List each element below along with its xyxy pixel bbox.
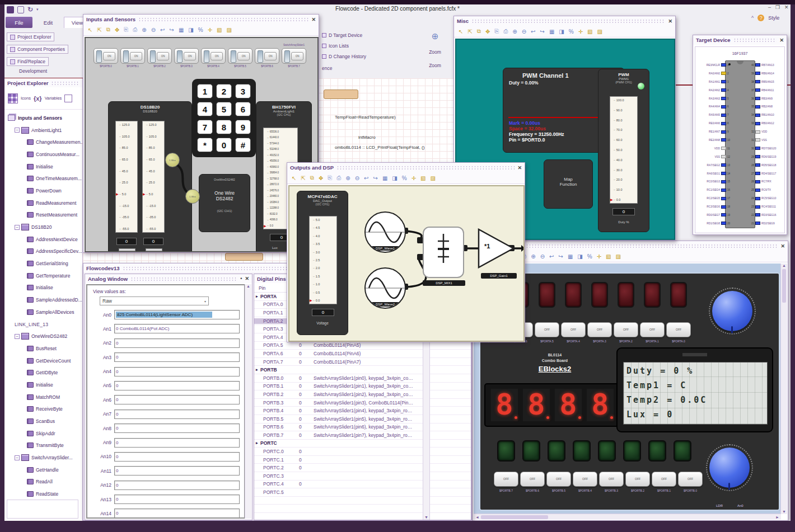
analog-window-titlebar[interactable]: Analog Window • ✕	[85, 274, 252, 283]
map-function-component[interactable]: Map Function	[544, 159, 593, 209]
dsp-gain-component[interactable]: *1 DSP_Gain1	[478, 228, 522, 279]
collapse-ribbon-icon[interactable]: ^	[751, 15, 754, 21]
analog-value-field[interactable]: 0	[114, 338, 240, 348]
chip-pin-16[interactable]: RC1/SEG416	[696, 186, 733, 194]
toolbar-icon[interactable]: ⊖	[522, 29, 526, 35]
toolbar-icon[interactable]: ↪	[169, 27, 174, 33]
tree-item-switcharrayslider-[interactable]: –SwitchArraySlider...	[4, 451, 82, 464]
tree-item-scanbus[interactable]: ScanBus	[4, 415, 82, 427]
digital-pin-row-portb-3[interactable]: PORTB.30SwitchArraySlider1(pin3), ComboB…	[254, 399, 471, 407]
misc-window-titlebar[interactable]: Misc ✕	[454, 16, 675, 26]
close-icon[interactable]: ✕	[311, 17, 316, 22]
expander-icon[interactable]: –	[15, 225, 20, 230]
digital-pin-row-portc-5[interactable]: PORTC.5	[254, 488, 471, 497]
toolbar-icon[interactable]: ↩	[531, 29, 535, 35]
toolbar-icon[interactable]: ▦	[568, 253, 573, 260]
toolbar-icon[interactable]: ⎙	[336, 175, 341, 181]
analog-row-an12[interactable]: An120	[91, 481, 240, 490]
tab-edit[interactable]: Edit	[35, 17, 62, 28]
toolbar-icon[interactable]: ▦	[382, 175, 387, 181]
chip-pin-11[interactable]: VDD11	[696, 144, 733, 153]
undo-redo-icon[interactable]: ↻	[27, 6, 33, 13]
onewire-connector[interactable]: 1-Wire	[185, 189, 200, 204]
minimize-button[interactable]: –	[768, 4, 771, 10]
toolbar-icon[interactable]: ⎘	[124, 26, 128, 33]
toolbar-icon[interactable]: %	[587, 253, 592, 260]
analog-value-field[interactable]: 0	[114, 509, 240, 518]
voltage-value[interactable]: 0	[312, 309, 334, 316]
analog-value-field[interactable]: 0	[114, 452, 240, 462]
toolbar-icon[interactable]: ↩	[160, 27, 165, 33]
expander-icon[interactable]: –	[15, 334, 20, 339]
toolbar-icon[interactable]: %	[402, 175, 407, 181]
board-button--portb-2[interactable]: OFF$PORTB.2	[625, 472, 650, 492]
board-button--porta-0[interactable]: OFF$PORTA.0	[666, 322, 691, 343]
chip-pin-14[interactable]: RA6/SEG114	[696, 170, 733, 178]
analog-row-an0[interactable]: An0825 ComboBL0114(LightSensor ADC)	[91, 310, 240, 319]
toolbar-icon[interactable]: ⧉	[106, 26, 110, 33]
toolbar-icon[interactable]: %	[198, 27, 203, 33]
board-button--portb-5[interactable]: OFF$PORTB.5	[546, 472, 571, 492]
toolbar-icon[interactable]: ⊕	[142, 27, 146, 33]
chip-pin-27[interactable]: 27RD4/SEG17	[749, 170, 785, 178]
checkbox-icon[interactable]	[322, 33, 326, 37]
close-icon[interactable]: ✕	[780, 243, 785, 249]
digital-pin-row-portc-0[interactable]: PORTC.00	[254, 448, 471, 456]
view-values-dropdown[interactable]: Raw▾	[100, 296, 209, 305]
digital-pin-row-portb-6[interactable]: PORTB.60SwitchArraySlider1(pin6), keypad…	[254, 423, 471, 432]
analog-row-an4[interactable]: An40	[91, 367, 240, 376]
analog-row-an13[interactable]: An130	[91, 495, 240, 504]
chip-pin-10[interactable]: RE2/AN810	[696, 136, 733, 144]
expander-icon[interactable]: –	[15, 455, 20, 460]
board-button--portb-7[interactable]: OFF$PORTB.7	[494, 472, 518, 492]
tree-item-gethandle[interactable]: GetHandle	[4, 464, 82, 476]
chip-pin-7[interactable]: RA5/AN57	[696, 111, 733, 119]
flowchart-block[interactable]	[225, 253, 263, 261]
tree-item-readmeasurement[interactable]: ReadMeasurement	[4, 197, 82, 209]
pot-knob[interactable]	[712, 291, 752, 331]
analog-value-field[interactable]: 0	[114, 438, 240, 448]
chip-pin-15[interactable]: RC0/SEG315	[696, 177, 733, 186]
analog-value-field[interactable]: 825 ComboBL0114(LightSensor ADC)	[114, 310, 240, 319]
chip-pin-5[interactable]: RA3/AN35	[696, 95, 733, 103]
analog-row-an11[interactable]: An110	[91, 466, 240, 475]
save-icon[interactable]	[17, 6, 24, 13]
toolbar-icon[interactable]: ⊖	[355, 175, 359, 181]
tree-item-samplealldevices[interactable]: SampleAllDevices	[4, 306, 82, 318]
board-button--portb-0[interactable]: OFF$PORTB.0	[678, 472, 703, 492]
project-explorer-button[interactable]: Project Explorer	[7, 32, 54, 41]
tree-item-transmitbyte[interactable]: TransmitByte	[4, 440, 82, 452]
analog-row-an5[interactable]: An50	[91, 381, 240, 390]
toolbar-icon[interactable]: ▧	[587, 29, 592, 35]
toolbar-icon[interactable]: ⇱	[467, 29, 472, 35]
tab-file[interactable]: File	[6, 17, 32, 28]
digital-pin-row-portc-1[interactable]: PORTC.10	[254, 456, 471, 464]
chip-pin-24[interactable]: 24RC5/SEG10	[749, 194, 785, 203]
chip-pin-6[interactable]: RA4/AN46	[696, 102, 733, 111]
chip-pin-26[interactable]: 26RC7/RX	[749, 177, 785, 186]
checkbox-icon[interactable]	[322, 44, 326, 48]
chip-pin-4[interactable]: RA2/AN24	[696, 86, 733, 95]
chip-pin-25[interactable]: 25RC6/TX	[749, 186, 785, 194]
tree-item-gettemperature[interactable]: GetTemperature	[4, 270, 82, 282]
analog-value-field[interactable]: 0	[114, 367, 240, 376]
chip-pin-2[interactable]: RA0/AN02	[696, 69, 733, 78]
toolbar-icon[interactable]: ▧	[420, 175, 425, 181]
toolbar-icon[interactable]: ▨	[616, 253, 621, 260]
tree-item-ambientlight1[interactable]: –AmbientLight1	[4, 124, 82, 136]
analog-row-an7[interactable]: An70	[91, 409, 240, 419]
expander-icon[interactable]: –	[15, 128, 20, 133]
project-explorer-header[interactable]: Project Explorer	[4, 78, 82, 87]
inputs-canvas[interactable]: ON$PORTB.0ON$PORTB.1ON$PORTB.2ON$PORTB.3…	[85, 37, 319, 252]
tree-item-readstate[interactable]: ReadState	[4, 488, 82, 500]
dsp-wave1-component[interactable]: DSP_Wave1	[364, 211, 406, 253]
variables-icon[interactable]: {x}	[34, 95, 42, 102]
inputs-window-titlebar[interactable]: Inputs and Sensors ✕	[83, 15, 319, 24]
chip-pin-8[interactable]: RE0/AN68	[696, 119, 733, 128]
tree-item-onetimemeasurem-[interactable]: OneTimeMeasurem...	[4, 172, 82, 185]
tree-item-matchrom[interactable]: MatchROM	[4, 391, 82, 403]
analog-row-an10[interactable]: An100	[91, 452, 240, 462]
toggle-target-device[interactable]: D Target Device	[322, 32, 366, 38]
toolbar-icon[interactable]: ✛	[208, 27, 212, 33]
tree-item-continuousmeasur-[interactable]: ContinuousMeasur...	[4, 148, 82, 161]
